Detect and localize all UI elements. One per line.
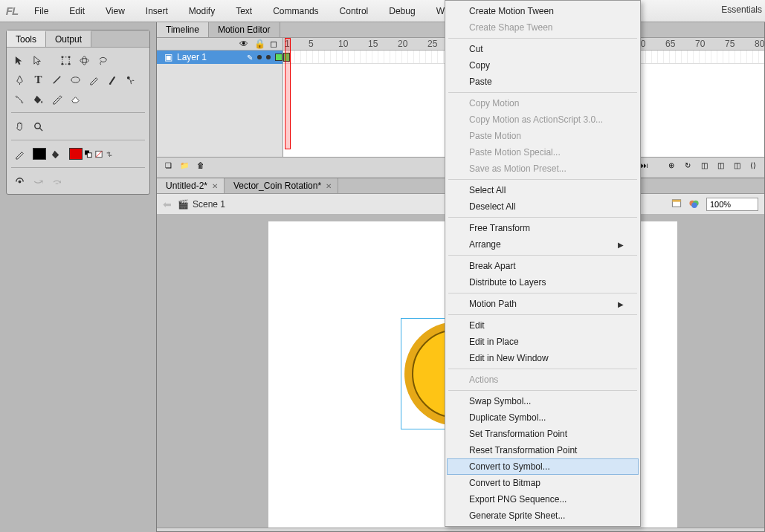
selection-tool-icon[interactable] (11, 52, 28, 68)
context-item-deselect-all[interactable]: Deselect All (447, 198, 639, 215)
context-item-swap-symbol[interactable]: Swap Symbol... (447, 393, 639, 409)
black-white-swatch-icon[interactable] (84, 149, 93, 158)
workspace-switcher[interactable]: Essentials (721, 4, 765, 15)
eye-icon[interactable]: 👁 (239, 39, 248, 49)
outline-icon[interactable]: ◻ (269, 39, 278, 49)
pen-tool-icon[interactable] (11, 71, 28, 88)
back-arrow-icon[interactable]: ⬅ (163, 198, 172, 210)
menu-view[interactable]: View (95, 2, 135, 20)
subselection-tool-icon[interactable] (30, 52, 47, 68)
eyedropper-tool-icon[interactable] (48, 91, 65, 107)
snap-to-object-icon[interactable] (11, 173, 28, 189)
line-tool-icon[interactable] (48, 71, 65, 88)
fill-color-icon[interactable] (48, 146, 65, 162)
new-layer-icon[interactable]: ❏ (161, 160, 175, 172)
onion-skin-icon[interactable]: ◫ (697, 160, 711, 172)
context-item-select-all[interactable]: Select All (447, 182, 639, 198)
context-item-set-transformation-point[interactable]: Set Transformation Point (447, 426, 639, 442)
smooth-icon[interactable]: ⤻ (30, 173, 47, 189)
context-item-export-png-sequence[interactable]: Export PNG Sequence... (447, 491, 639, 507)
context-item-copy[interactable]: Copy (447, 57, 639, 74)
center-frame-icon[interactable]: ⊕ (665, 160, 678, 172)
zoom-input[interactable] (706, 198, 758, 211)
menu-text[interactable]: Text (225, 2, 262, 20)
stroke-color-swatch[interactable] (33, 148, 46, 160)
context-item-free-transform[interactable]: Free Transform (447, 220, 639, 236)
scene-label: Scene 1 (193, 199, 225, 210)
free-transform-tool-icon[interactable] (57, 52, 74, 68)
context-item-label: Actions (469, 374, 498, 385)
tools-tab[interactable]: Tools (7, 30, 46, 47)
loop-icon[interactable]: ↻ (681, 160, 694, 172)
menu-insert[interactable]: Insert (135, 2, 178, 20)
context-item-break-apart[interactable]: Break Apart (447, 258, 639, 274)
fill-color-swatch[interactable] (69, 148, 83, 160)
pencil-tool-icon[interactable] (85, 71, 103, 88)
context-item-convert-to-symbol[interactable]: Convert to Symbol... (447, 458, 639, 475)
lock-icon[interactable]: 🔒 (254, 39, 263, 49)
delete-layer-icon[interactable]: 🗑 (194, 160, 207, 172)
stroke-color-icon[interactable] (11, 146, 28, 162)
context-item-motion-path[interactable]: Motion Path▶ (447, 296, 639, 312)
context-item-arrange[interactable]: Arrange▶ (447, 236, 639, 253)
menu-control[interactable]: Control (329, 2, 379, 20)
context-item-create-motion-tween[interactable]: Create Motion Tween (447, 3, 639, 19)
menu-debug[interactable]: Debug (378, 2, 425, 20)
timeline-tab[interactable]: Timeline (157, 22, 209, 37)
deco-tool-icon[interactable] (123, 71, 140, 88)
context-item-reset-transformation-point[interactable]: Reset Transformation Point (447, 442, 639, 458)
layer-row[interactable]: ▣ Layer 1 ✎ (157, 51, 283, 64)
output-tab[interactable]: Output (46, 30, 91, 47)
document-tab[interactable]: Untitled-2*✕ (157, 178, 225, 193)
lasso-tool-icon[interactable] (94, 52, 112, 68)
onion-skin-outlines-icon[interactable]: ◫ (714, 160, 727, 172)
svg-point-6 (83, 56, 87, 64)
context-item-cut[interactable]: Cut (447, 41, 639, 57)
eraser-tool-icon[interactable] (67, 91, 84, 107)
context-item-distribute-to-layers[interactable]: Distribute to Layers (447, 274, 639, 291)
edit-scene-icon[interactable] (671, 198, 682, 211)
svg-rect-13 (87, 152, 91, 157)
edit-symbols-icon[interactable] (688, 198, 700, 211)
motion-editor-tab[interactable]: Motion Editor (209, 22, 280, 37)
playhead[interactable] (285, 38, 291, 149)
context-item-duplicate-symbol[interactable]: Duplicate Symbol... (447, 409, 639, 426)
context-item-label: Export PNG Sequence... (469, 494, 567, 505)
tools-panel: Tools Output T (6, 30, 150, 195)
hand-tool-icon[interactable] (11, 118, 28, 134)
close-icon[interactable]: ✕ (212, 182, 218, 190)
context-item-convert-to-bitmap[interactable]: Convert to Bitmap (447, 475, 639, 491)
context-item-edit[interactable]: Edit (447, 317, 639, 334)
context-item-edit-in-place[interactable]: Edit in Place (447, 334, 639, 350)
context-item-edit-in-new-window[interactable]: Edit in New Window (447, 350, 639, 366)
scene-breadcrumb[interactable]: 🎬 Scene 1 (178, 199, 225, 210)
lock-dot[interactable] (266, 55, 271, 59)
context-item-paste[interactable]: Paste (447, 74, 639, 90)
bone-tool-icon[interactable] (11, 91, 28, 107)
document-tab[interactable]: Vector_Coin Rotation*✕ (225, 178, 338, 193)
outline-box[interactable] (275, 53, 283, 61)
edit-multiple-frames-icon[interactable]: ◫ (730, 160, 743, 172)
close-icon[interactable]: ✕ (326, 182, 332, 190)
new-folder-icon[interactable]: 📁 (178, 160, 191, 172)
svg-rect-0 (62, 56, 69, 63)
svg-rect-18 (672, 199, 680, 201)
modify-markers-icon[interactable]: ⟨⟩ (746, 160, 760, 172)
rectangle-tool-icon[interactable] (67, 71, 84, 88)
context-item-generate-sprite-sheet[interactable]: Generate Sprite Sheet... (447, 507, 639, 524)
swap-colors-icon[interactable] (105, 149, 114, 158)
brush-tool-icon[interactable] (104, 71, 121, 88)
zoom-tool-icon[interactable] (30, 118, 47, 134)
visibility-dot[interactable] (257, 55, 262, 59)
paint-bucket-tool-icon[interactable] (30, 91, 47, 107)
svg-line-7 (54, 76, 60, 82)
menu-file[interactable]: File (24, 2, 59, 20)
no-color-icon[interactable] (94, 149, 103, 158)
3d-rotation-tool-icon[interactable] (76, 52, 93, 68)
context-item-label: Arrange (469, 239, 501, 250)
text-tool-icon[interactable]: T (30, 71, 47, 88)
menu-modify[interactable]: Modify (178, 2, 225, 20)
straighten-icon[interactable]: ⤼ (48, 173, 65, 189)
menu-edit[interactable]: Edit (59, 2, 95, 20)
menu-commands[interactable]: Commands (262, 2, 329, 20)
